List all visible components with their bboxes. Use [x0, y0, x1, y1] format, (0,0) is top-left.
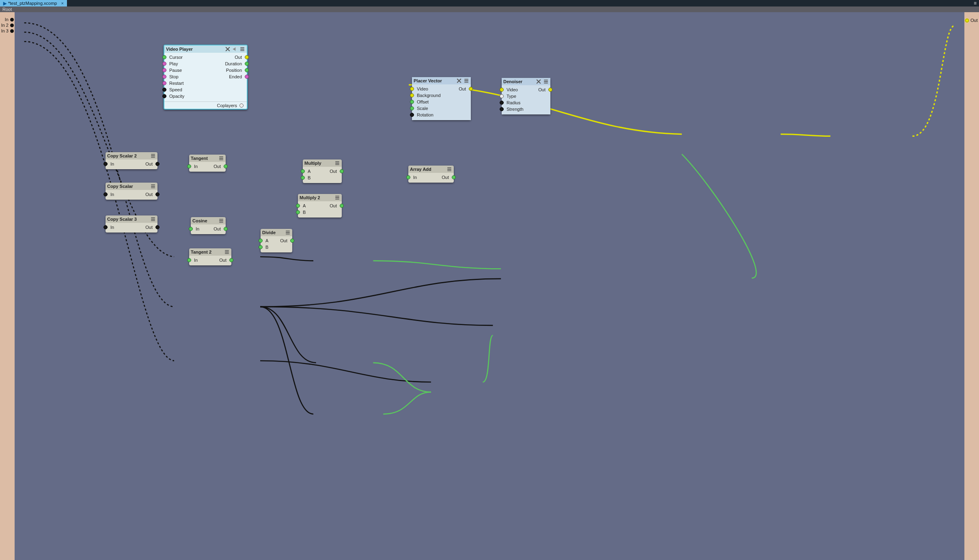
input-port[interactable]: [500, 88, 504, 92]
input-port[interactable]: [301, 176, 305, 180]
output-port[interactable]: [224, 227, 228, 231]
input-port[interactable]: [410, 106, 414, 110]
node-title-bar[interactable]: Copy Scalar: [106, 183, 157, 190]
output-port[interactable]: [245, 68, 249, 72]
input-port[interactable]: [410, 100, 414, 104]
rail-in-1[interactable]: In: [1, 17, 14, 22]
port-dot[interactable]: [10, 18, 14, 22]
input-port[interactable]: [410, 113, 414, 117]
node-tangent-2[interactable]: Tangent 2 InOut: [189, 248, 231, 265]
close-icon[interactable]: [536, 79, 541, 84]
input-port[interactable]: [500, 101, 504, 105]
output-port[interactable]: [245, 62, 249, 66]
output-port[interactable]: [155, 192, 160, 196]
input-port[interactable]: [187, 258, 191, 262]
node-title-bar[interactable]: Copy Scalar 2: [106, 152, 157, 159]
node-title-bar[interactable]: Cosine: [191, 217, 226, 224]
node-array-add[interactable]: Array Add InOut: [408, 166, 454, 183]
node-title-bar[interactable]: Tangent 2: [189, 248, 231, 256]
list-icon[interactable]: [446, 166, 452, 172]
node-copy-scalar-2[interactable]: Copy Scalar 2 InOut: [106, 152, 157, 169]
node-tangent[interactable]: Tangent InOut: [189, 155, 226, 172]
output-port[interactable]: [245, 55, 249, 59]
close-icon[interactable]: [456, 78, 462, 84]
output-port[interactable]: [229, 258, 233, 262]
node-title-bar[interactable]: Placer Vector: [412, 77, 471, 84]
node-title-bar[interactable]: Copy Scalar 3: [106, 215, 157, 223]
node-title-bar[interactable]: Array Add: [408, 166, 454, 173]
node-title-bar[interactable]: Video Player: [164, 45, 247, 53]
port-dot[interactable]: [965, 19, 969, 22]
input-port[interactable]: [410, 87, 414, 91]
input-port[interactable]: [500, 107, 504, 111]
list-icon[interactable]: [218, 155, 224, 161]
output-port[interactable]: [340, 204, 344, 208]
node-canvas[interactable]: In In 2 In 3 Out: [0, 12, 979, 560]
list-icon[interactable]: [224, 249, 230, 255]
list-icon[interactable]: [334, 195, 340, 200]
node-divide[interactable]: Divide AOut B: [261, 229, 292, 252]
input-port[interactable]: [189, 227, 193, 231]
input-port[interactable]: [187, 164, 191, 168]
node-cosine[interactable]: Cosine InOut: [191, 217, 226, 234]
input-port[interactable]: [500, 94, 504, 98]
input-port[interactable]: [162, 81, 166, 85]
port-dot[interactable]: [10, 29, 14, 33]
input-port[interactable]: [162, 94, 166, 98]
node-multiply-2[interactable]: Multiply 2 AOut B: [298, 194, 342, 218]
input-port[interactable]: [296, 204, 300, 208]
node-title-bar[interactable]: Denoiser: [502, 78, 550, 85]
list-icon[interactable]: [150, 153, 156, 159]
output-port[interactable]: [224, 164, 228, 168]
input-port[interactable]: [104, 192, 108, 196]
node-multiply[interactable]: Multiply AOut B: [303, 159, 342, 183]
output-port[interactable]: [469, 87, 473, 91]
input-port[interactable]: [296, 210, 300, 214]
input-port[interactable]: [162, 75, 166, 79]
input-port[interactable]: [406, 175, 410, 179]
node-copy-scalar-3[interactable]: Copy Scalar 3 InOut: [106, 215, 157, 233]
close-icon[interactable]: ×: [61, 1, 63, 6]
input-port[interactable]: [162, 88, 166, 92]
list-icon[interactable]: [218, 218, 224, 224]
list-icon[interactable]: [334, 160, 340, 166]
input-port[interactable]: [104, 225, 108, 229]
speaker-icon[interactable]: [232, 46, 238, 52]
output-port[interactable]: [155, 162, 160, 166]
output-port[interactable]: [340, 169, 344, 173]
port-dot[interactable]: [10, 24, 14, 27]
hamburger-icon[interactable]: ≡: [974, 0, 977, 6]
list-icon[interactable]: [543, 79, 549, 84]
node-title-bar[interactable]: Multiply 2: [298, 194, 342, 201]
list-icon[interactable]: [285, 230, 291, 235]
rail-out[interactable]: Out: [965, 18, 978, 23]
output-port[interactable]: [452, 175, 456, 179]
input-port[interactable]: [104, 162, 108, 166]
close-icon[interactable]: [225, 46, 231, 52]
rail-in-2[interactable]: In 2: [1, 23, 14, 28]
node-placer-vector[interactable]: Placer Vector VideoOut Background Offset…: [412, 77, 471, 120]
node-video-player[interactable]: Video Player CursorOut PlayDuration Paus…: [164, 45, 248, 110]
input-port[interactable]: [162, 62, 166, 66]
node-title-bar[interactable]: Tangent: [189, 155, 226, 162]
node-title-bar[interactable]: Multiply: [303, 159, 342, 167]
node-title-bar[interactable]: Divide: [261, 229, 292, 236]
input-port[interactable]: [301, 169, 305, 173]
document-tab[interactable]: ▶ *test_ptzMapping.xcomp ×: [0, 0, 67, 6]
output-port[interactable]: [548, 88, 552, 92]
rail-in-3[interactable]: In 3: [1, 28, 14, 33]
input-port[interactable]: [259, 239, 263, 243]
breadcrumb[interactable]: Root: [0, 6, 979, 12]
input-port[interactable]: [259, 245, 263, 249]
output-port[interactable]: [239, 103, 244, 108]
list-icon[interactable]: [239, 46, 245, 52]
output-port[interactable]: [290, 239, 294, 243]
list-icon[interactable]: [150, 216, 156, 222]
node-copy-scalar[interactable]: Copy Scalar InOut: [106, 183, 157, 200]
node-denoiser[interactable]: Denoiser VideoOut Type Radius Strength: [502, 78, 550, 114]
input-port[interactable]: [162, 55, 166, 59]
input-port[interactable]: [410, 93, 414, 97]
output-port[interactable]: [245, 75, 249, 79]
list-icon[interactable]: [464, 78, 469, 84]
input-port[interactable]: [162, 68, 166, 72]
